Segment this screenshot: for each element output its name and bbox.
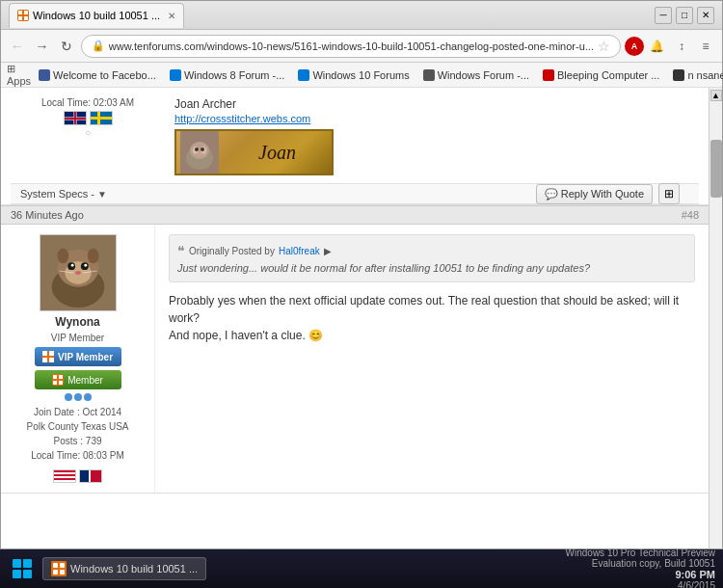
more-options-button[interactable]: ⊞ bbox=[658, 183, 680, 204]
member-badge-icon bbox=[52, 374, 64, 386]
taskbar: Windows 10 build 10051 ... Windows 10 Pr… bbox=[0, 549, 723, 588]
svg-point-8 bbox=[195, 147, 199, 151]
win-square-br bbox=[23, 570, 32, 578]
scrollbar-thumb[interactable] bbox=[710, 140, 722, 198]
joan-post-content: Joan Archer http://crossstitcher.webs.co… bbox=[165, 94, 699, 179]
flag-se-icon bbox=[90, 111, 113, 125]
maximize-button[interactable]: □ bbox=[676, 7, 693, 24]
bookmark-win10[interactable]: Windows 10 Forums bbox=[292, 67, 415, 83]
notification-icon[interactable]: 🔔 bbox=[647, 36, 668, 57]
quote-poster-icon: ▶ bbox=[324, 246, 332, 256]
post-48-number: #48 bbox=[682, 209, 699, 221]
win-square-tr bbox=[23, 559, 32, 568]
post-message-line2: And nope, I haven't a clue. 😊 bbox=[169, 329, 323, 342]
account-icon[interactable]: A bbox=[625, 37, 644, 56]
quote-icon: ❝ bbox=[177, 243, 185, 258]
taskbar-app-label: Windows 10 build 10051 ... bbox=[70, 563, 198, 575]
browser-tab[interactable]: Windows 10 build 10051 ... ✕ bbox=[9, 3, 184, 28]
taskbar-browser-app[interactable]: Windows 10 build 10051 ... bbox=[42, 557, 206, 580]
quote-poster-link[interactable]: Hal0freak bbox=[279, 246, 320, 256]
specs-dropdown-icon[interactable]: ▼ bbox=[97, 189, 107, 200]
joan-banner: Joan bbox=[174, 129, 334, 175]
tab-close-btn[interactable]: ✕ bbox=[168, 11, 175, 21]
tray-version-line2: Evaluation copy, Build 10051 bbox=[566, 558, 715, 569]
apps-icon[interactable]: ⊞ Apps bbox=[7, 63, 31, 87]
system-tray: Windows 10 Pro Technical Preview Evaluat… bbox=[566, 548, 715, 589]
rep-dot-3 bbox=[84, 393, 92, 401]
quote-header: ❝ Originally Posted by Hal0freak ▶ bbox=[177, 243, 686, 258]
bookmark-nsane-label: n nsane.forums bbox=[687, 69, 723, 81]
flag-us-icon bbox=[53, 469, 76, 483]
svg-rect-30 bbox=[53, 381, 57, 385]
taskbar-browser-icon bbox=[51, 561, 67, 576]
svg-rect-33 bbox=[53, 563, 58, 568]
page-scrollbar[interactable]: ▲ bbox=[709, 88, 722, 548]
system-specs-label: System Specs - bbox=[20, 188, 94, 200]
svg-rect-29 bbox=[59, 375, 63, 379]
start-button[interactable] bbox=[8, 554, 37, 583]
bookmark-bleeping[interactable]: Bleeping Computer ... bbox=[537, 67, 665, 83]
svg-rect-31 bbox=[59, 381, 63, 385]
windows-logo bbox=[13, 559, 32, 578]
back-button[interactable]: ← bbox=[7, 35, 28, 58]
svg-point-17 bbox=[70, 264, 73, 267]
quote-box: ❝ Originally Posted by Hal0freak ▶ Just … bbox=[169, 234, 695, 282]
quote-text: Just wondering... would it be normal for… bbox=[177, 262, 686, 274]
wynona-rank: VIP Member bbox=[51, 333, 104, 343]
refresh-button[interactable]: ↻ bbox=[56, 35, 77, 58]
reply-with-quote-button[interactable]: 💬 Reply With Quote bbox=[536, 184, 653, 204]
sync-icon[interactable]: ↕ bbox=[671, 36, 692, 57]
vip-member-badge: VIP Member bbox=[35, 347, 121, 366]
bookmark-star-icon[interactable]: ☆ bbox=[598, 39, 610, 54]
bookmark-winforum[interactable]: Windows Forum -... bbox=[417, 67, 535, 83]
post-48-body: Wynona VIP Member VIP Member bbox=[1, 225, 709, 494]
top-user-flags bbox=[64, 111, 113, 125]
bookmark-winforum-label: Windows Forum -... bbox=[438, 69, 529, 81]
svg-rect-27 bbox=[49, 358, 54, 362]
tray-info: Windows 10 Pro Technical Preview Evaluat… bbox=[566, 548, 715, 589]
joan-banner-cat-image bbox=[180, 131, 219, 174]
bookmarks-bar: ⊞ Apps Welcome to Facebo... Windows 8 Fo… bbox=[1, 63, 722, 88]
post-count: Posts : 739 bbox=[27, 434, 129, 448]
scroll-up-button[interactable]: ▲ bbox=[710, 90, 722, 101]
member-badge: Member bbox=[35, 370, 121, 389]
url-text: www.tenforums.com/windows-10-news/5161-w… bbox=[109, 40, 594, 52]
nav-icons: A 🔔 ↕ ≡ bbox=[625, 36, 716, 57]
joan-link[interactable]: http://crossstitcher.webs.com bbox=[174, 113, 689, 124]
bookmark-win8[interactable]: Windows 8 Forum -... bbox=[164, 67, 291, 83]
bookmark-facebook[interactable]: Welcome to Facebo... bbox=[33, 67, 162, 83]
address-bar[interactable]: 🔒 www.tenforums.com/windows-10-news/5161… bbox=[81, 35, 621, 58]
reply-icon: 💬 bbox=[545, 188, 558, 200]
flag-tx-icon bbox=[79, 469, 102, 483]
content-area: Local Time: 02:03 AM bbox=[1, 88, 722, 548]
win-square-bl bbox=[13, 570, 21, 578]
user-flag-row bbox=[53, 469, 102, 483]
post-divider-48: 36 Minutes Ago #48 bbox=[1, 205, 709, 225]
title-bar-controls: ─ □ ✕ bbox=[655, 7, 714, 24]
svg-point-21 bbox=[87, 249, 98, 264]
tab-title: Windows 10 build 10051 ... bbox=[33, 10, 160, 21]
browser-window: Windows 10 build 10051 ... ✕ ─ □ ✕ ← → ↻… bbox=[0, 0, 723, 549]
user-location: Polk County Texas USA bbox=[27, 419, 129, 434]
close-button[interactable]: ✕ bbox=[697, 7, 714, 24]
menu-icon[interactable]: ≡ bbox=[695, 36, 716, 57]
minimize-button[interactable]: ─ bbox=[655, 7, 672, 24]
svg-rect-24 bbox=[42, 351, 47, 356]
forward-button[interactable]: → bbox=[32, 35, 53, 58]
title-bar: Windows 10 build 10051 ... ✕ ─ □ ✕ bbox=[1, 1, 722, 30]
top-user-col: Local Time: 02:03 AM bbox=[11, 94, 165, 138]
post-48-user-col: Wynona VIP Member VIP Member bbox=[1, 225, 155, 493]
joan-banner-text: Joan bbox=[223, 142, 332, 164]
svg-point-20 bbox=[57, 249, 68, 264]
svg-point-9 bbox=[201, 147, 204, 151]
tab-favicon bbox=[17, 10, 29, 21]
specs-reply-row: System Specs - ▼ 💬 Reply With Quote ⊞ bbox=[11, 183, 699, 204]
wynona-avatar bbox=[40, 234, 117, 311]
svg-point-10 bbox=[196, 152, 203, 156]
tray-time: 9:06 PM bbox=[566, 569, 715, 580]
tray-date: 4/6/2015 bbox=[566, 580, 715, 589]
svg-rect-34 bbox=[60, 563, 65, 568]
bookmark-nsane[interactable]: n nsane.forums bbox=[667, 67, 723, 83]
user-info-area: Local Time: 02:03 AM bbox=[11, 94, 699, 179]
join-date: Join Date : Oct 2014 bbox=[27, 405, 129, 419]
